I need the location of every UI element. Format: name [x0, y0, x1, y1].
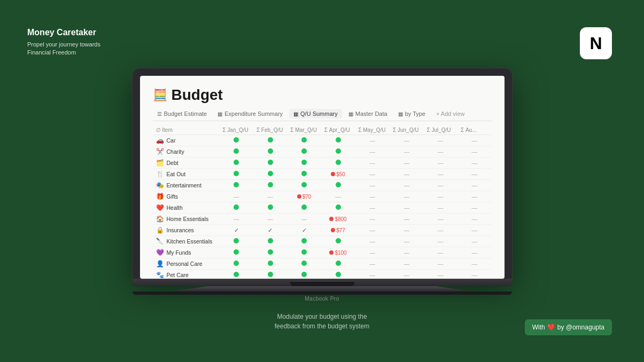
- item-cell: 🏠Home Essentials: [153, 214, 220, 225]
- apr-cell: [321, 180, 355, 191]
- feb-cell: [253, 247, 287, 258]
- item-cell: ✂️Charity: [153, 146, 220, 158]
- status-green: [301, 204, 307, 210]
- status-red-value: $70: [297, 194, 312, 200]
- mar-cell: [287, 158, 321, 169]
- screen-content: 🧮 Budget ☰ Budget Estimate ▦ Expenditure…: [140, 76, 505, 279]
- col-header-feb: Σ Feb_Q/U: [253, 125, 287, 135]
- status-dash: —: [438, 137, 444, 144]
- status-dash: —: [404, 171, 409, 177]
- tab-icon: ▦: [398, 111, 403, 117]
- status-red-value: $77: [331, 227, 345, 233]
- status-green: [268, 171, 273, 176]
- jun-cell: —: [390, 225, 423, 236]
- status-green: [234, 261, 239, 266]
- col-header-may: Σ May_Q/U: [355, 125, 390, 135]
- item-cell: 🗂️Debt: [153, 158, 220, 169]
- status-check: ✓: [268, 227, 273, 233]
- tab-expenditure-summary[interactable]: ▦ Expenditure Summary: [213, 109, 287, 119]
- status-dash: —: [438, 272, 444, 278]
- tab-add-view[interactable]: + Add view: [432, 109, 469, 119]
- app-subtitle: Propel your journey towardsFinancial Fre…: [27, 41, 100, 57]
- status-green: [301, 160, 307, 165]
- status-dash: —: [471, 171, 477, 177]
- status-green: [336, 272, 341, 277]
- aug-cell: —: [457, 247, 492, 258]
- status-green: [268, 160, 273, 165]
- tab-by-type[interactable]: ▦ by Type: [394, 109, 430, 119]
- status-green: [234, 148, 239, 154]
- jul-cell: —: [423, 146, 457, 158]
- app-title: Money Caretaker: [27, 27, 100, 38]
- status-green: [234, 160, 239, 165]
- aug-cell: —: [457, 214, 492, 225]
- apr-cell: [321, 202, 355, 214]
- tab-budget-estimate[interactable]: ☰ Budget Estimate: [153, 109, 212, 119]
- aug-cell: —: [457, 202, 492, 214]
- laptop-base: [133, 279, 512, 286]
- table-row: ✂️Charity — — — —: [153, 146, 492, 158]
- status-dash: —: [471, 216, 477, 222]
- col-header-jun: Σ Jun_Q/U: [390, 125, 423, 135]
- item-cell: 🍴Eat Out: [153, 169, 220, 180]
- status-green: [234, 249, 239, 255]
- tab-qu-summary[interactable]: ▦ Q/U Summary: [289, 109, 342, 119]
- status-green: [336, 160, 341, 165]
- jan-cell: [219, 202, 253, 214]
- feb-cell: [253, 258, 287, 270]
- status-dash: —: [369, 160, 375, 166]
- mar-cell: —: [287, 214, 321, 225]
- status-red-value: $800: [329, 216, 346, 222]
- tab-master-data[interactable]: ▦ Master Data: [344, 109, 392, 119]
- table-row: 🎁Gifts — — $70 — — — — —: [153, 191, 492, 202]
- status-green: [301, 238, 307, 243]
- status-dash: —: [404, 148, 409, 155]
- jan-cell: [219, 180, 253, 191]
- feb-cell: ✓: [253, 225, 287, 236]
- status-red-value: $100: [329, 250, 346, 256]
- status-dash: —: [369, 227, 375, 233]
- table-row: 🏠Home Essentials — — — $800 — — — —: [153, 214, 492, 225]
- jun-cell: —: [390, 180, 423, 191]
- status-dash: —: [234, 193, 239, 200]
- branding: Money Caretaker Propel your journey towa…: [27, 27, 100, 57]
- status-dash: —: [369, 137, 375, 144]
- status-green: [234, 137, 239, 143]
- table-header-row: ∅ Item Σ Jan_Q/U Σ Feb_Q/U Σ Mar_Q/U Σ A…: [153, 125, 492, 135]
- jul-cell: —: [423, 236, 457, 247]
- status-check: ✓: [302, 227, 307, 233]
- status-dash: —: [471, 148, 477, 155]
- jan-cell: [219, 236, 253, 247]
- jan-cell: ✓: [219, 225, 253, 236]
- jun-cell: —: [390, 202, 423, 214]
- status-dash: —: [335, 193, 341, 200]
- jan-cell: [219, 169, 253, 180]
- jul-cell: —: [423, 270, 457, 279]
- status-dash: —: [369, 204, 375, 211]
- status-dash: —: [404, 160, 409, 166]
- status-green: [301, 261, 307, 266]
- status-red-value: $50: [331, 171, 345, 177]
- tab-label: Expenditure Summary: [224, 111, 283, 117]
- jan-cell: —: [219, 214, 253, 225]
- status-dash: —: [369, 249, 375, 256]
- apr-cell: [321, 135, 355, 146]
- jun-cell: —: [390, 169, 423, 180]
- may-cell: —: [355, 169, 390, 180]
- status-green: [336, 182, 341, 187]
- status-dash: —: [471, 137, 477, 144]
- status-dash: —: [404, 204, 409, 211]
- tab-icon: ▦: [293, 111, 298, 117]
- may-cell: —: [355, 158, 390, 169]
- jan-cell: —: [219, 191, 253, 202]
- status-dash: —: [234, 216, 239, 222]
- jul-cell: —: [423, 135, 457, 146]
- status-green: [336, 148, 341, 154]
- tab-label: + Add view: [436, 111, 465, 117]
- status-dash: —: [471, 238, 477, 245]
- laptop-foot: [133, 292, 512, 295]
- col-header-apr: Σ Apr_Q/U: [321, 125, 355, 135]
- status-dash: —: [438, 238, 444, 245]
- status-green: [336, 137, 341, 143]
- status-green: [268, 261, 273, 266]
